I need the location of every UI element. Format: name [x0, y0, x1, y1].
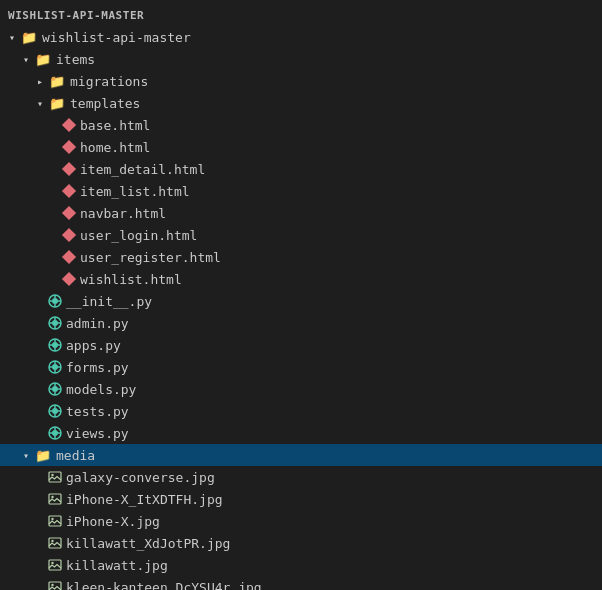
- image-icon: [48, 581, 62, 590]
- svg-point-13: [52, 342, 58, 348]
- file-label: kleen-kanteen_DcYSU4r.jpg: [66, 580, 602, 591]
- image-icon: [48, 493, 62, 505]
- file-item-detail-html[interactable]: item_detail.html: [0, 158, 602, 180]
- svg-rect-46: [49, 516, 61, 526]
- folder-icon: 📁: [48, 74, 66, 89]
- file-label: killawatt.jpg: [66, 558, 602, 573]
- folder-label: migrations: [70, 74, 602, 89]
- file-label: navbar.html: [80, 206, 602, 221]
- file-label: killawatt_XdJotPR.jpg: [66, 536, 602, 551]
- image-icon: [48, 559, 62, 571]
- svg-point-45: [51, 496, 53, 498]
- file-apps-py[interactable]: apps.py: [0, 334, 602, 356]
- file-label: forms.py: [66, 360, 602, 375]
- svg-point-19: [52, 364, 58, 370]
- file-label: views.py: [66, 426, 602, 441]
- arrow-media: ▾: [18, 450, 34, 461]
- file-navbar-html[interactable]: navbar.html: [0, 202, 602, 224]
- file-label: admin.py: [66, 316, 602, 331]
- folder-templates[interactable]: ▾ 📁 templates: [0, 92, 602, 114]
- svg-point-49: [51, 540, 53, 542]
- svg-point-7: [52, 320, 58, 326]
- root-heading-label: WISHLIST-API-MASTER: [8, 9, 144, 22]
- file-iphone-x-itxdtfh[interactable]: iPhone-X_ItXDTFH.jpg: [0, 488, 602, 510]
- file-item-list-html[interactable]: item_list.html: [0, 180, 602, 202]
- html-icon: [62, 228, 76, 242]
- image-icon: [48, 515, 62, 527]
- file-label: iPhone-X_ItXDTFH.jpg: [66, 492, 602, 507]
- html-icon: [62, 162, 76, 176]
- folder-items[interactable]: ▾ 📁 items: [0, 48, 602, 70]
- file-forms-py[interactable]: forms.py: [0, 356, 602, 378]
- svg-point-51: [51, 562, 53, 564]
- file-wishlist-html[interactable]: wishlist.html: [0, 268, 602, 290]
- file-label: user_register.html: [80, 250, 602, 265]
- svg-point-53: [51, 584, 53, 586]
- folder-icon: 📁: [20, 30, 38, 45]
- file-iphone-x[interactable]: iPhone-X.jpg: [0, 510, 602, 532]
- file-explorer[interactable]: WISHLIST-API-MASTER ▾ 📁 wishlist-api-mas…: [0, 0, 602, 590]
- python-icon: [48, 404, 62, 418]
- file-label: __init__.py: [66, 294, 602, 309]
- file-label: wishlist.html: [80, 272, 602, 287]
- file-label: iPhone-X.jpg: [66, 514, 602, 529]
- python-icon: [48, 360, 62, 374]
- folder-icon: 📁: [34, 448, 52, 463]
- python-icon: [48, 382, 62, 396]
- svg-rect-44: [49, 494, 61, 504]
- html-icon: [62, 272, 76, 286]
- svg-point-25: [52, 386, 58, 392]
- file-models-py[interactable]: models.py: [0, 378, 602, 400]
- file-label: models.py: [66, 382, 602, 397]
- html-icon: [62, 206, 76, 220]
- html-icon: [62, 140, 76, 154]
- file-label: galaxy-converse.jpg: [66, 470, 602, 485]
- file-label: user_login.html: [80, 228, 602, 243]
- image-icon: [48, 537, 62, 549]
- folder-wishlist-api-master[interactable]: ▾ 📁 wishlist-api-master: [0, 26, 602, 48]
- folder-icon: 📁: [48, 96, 66, 111]
- svg-point-37: [52, 430, 58, 436]
- folder-label: templates: [70, 96, 602, 111]
- file-admin-py[interactable]: admin.py: [0, 312, 602, 334]
- file-label: item_detail.html: [80, 162, 602, 177]
- file-base-html[interactable]: base.html: [0, 114, 602, 136]
- svg-point-31: [52, 408, 58, 414]
- folder-label: media: [56, 448, 602, 463]
- python-icon: [48, 316, 62, 330]
- python-icon: [48, 294, 62, 308]
- file-kleen-kanteen-dcysu4r[interactable]: kleen-kanteen_DcYSU4r.jpg: [0, 576, 602, 590]
- arrow-wishlist-api-master: ▾: [4, 32, 20, 43]
- arrow-migrations: ▸: [32, 76, 48, 87]
- html-icon: [62, 184, 76, 198]
- file-tests-py[interactable]: tests.py: [0, 400, 602, 422]
- folder-label: items: [56, 52, 602, 67]
- svg-point-1: [52, 298, 58, 304]
- folder-icon: 📁: [34, 52, 52, 67]
- folder-migrations[interactable]: ▸ 📁 migrations: [0, 70, 602, 92]
- svg-point-47: [51, 518, 53, 520]
- file-user-register-html[interactable]: user_register.html: [0, 246, 602, 268]
- python-icon: [48, 426, 62, 440]
- python-icon: [48, 338, 62, 352]
- file-home-html[interactable]: home.html: [0, 136, 602, 158]
- file-label: item_list.html: [80, 184, 602, 199]
- file-views-py[interactable]: views.py: [0, 422, 602, 444]
- file-galaxy-converse[interactable]: galaxy-converse.jpg: [0, 466, 602, 488]
- arrow-items: ▾: [18, 54, 34, 65]
- file-killawatt[interactable]: killawatt.jpg: [0, 554, 602, 576]
- svg-rect-48: [49, 538, 61, 548]
- root-heading: WISHLIST-API-MASTER: [0, 4, 602, 26]
- file-killawatt-xdjotpr[interactable]: killawatt_XdJotPR.jpg: [0, 532, 602, 554]
- image-icon: [48, 471, 62, 483]
- file-label: tests.py: [66, 404, 602, 419]
- folder-label: wishlist-api-master: [42, 30, 602, 45]
- file-init-py[interactable]: __init__.py: [0, 290, 602, 312]
- file-label: apps.py: [66, 338, 602, 353]
- html-icon: [62, 250, 76, 264]
- folder-media[interactable]: ▾ 📁 media: [0, 444, 602, 466]
- file-user-login-html[interactable]: user_login.html: [0, 224, 602, 246]
- svg-point-43: [51, 474, 53, 476]
- svg-rect-50: [49, 560, 61, 570]
- file-label: home.html: [80, 140, 602, 155]
